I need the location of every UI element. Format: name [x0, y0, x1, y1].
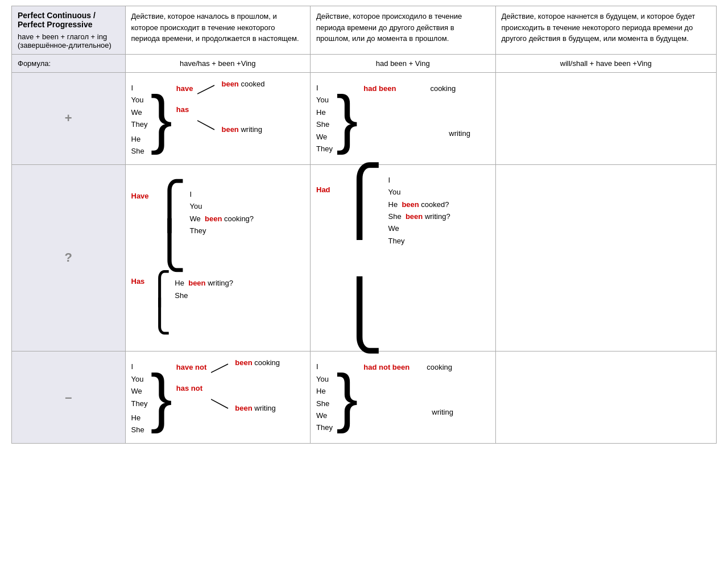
- aux-had-been: had been: [363, 84, 396, 93]
- pronoun: You: [316, 94, 333, 106]
- pronoun: They: [190, 225, 254, 237]
- past-positive-cell: I You He She We They } had been cooking: [311, 73, 496, 165]
- pronoun: You: [131, 94, 148, 106]
- present-question-cell: Have ⎧⎩ I You We been cooking? They Has …: [125, 164, 311, 351]
- pronoun: She: [316, 118, 333, 130]
- pronoun: She: [175, 290, 233, 301]
- past-question-cell: Had ⎧⎩ I You He been cooked? She been wr…: [311, 164, 496, 351]
- been-neg1: been: [235, 358, 252, 367]
- verb2: writing: [241, 125, 262, 134]
- pronoun: You: [388, 186, 450, 198]
- pronoun: I: [190, 188, 254, 200]
- pronoun: He been cooked?: [388, 198, 450, 210]
- aux-have: have: [176, 84, 193, 93]
- aux-had-not-been: had not been: [363, 363, 410, 371]
- svg-line-3: [211, 399, 228, 408]
- pronoun: They: [131, 118, 148, 130]
- pronoun: He: [131, 133, 148, 145]
- pronoun: We been cooking?: [190, 213, 254, 225]
- verb-cooking-neg: cooking: [254, 358, 280, 367]
- tense-title: Perfect Continuous / Perfect Progressive: [18, 11, 119, 29]
- pronoun: He been writing?: [175, 277, 233, 289]
- aux-has: has: [176, 105, 189, 114]
- pronoun: She: [131, 424, 148, 436]
- pronoun: She: [131, 145, 148, 157]
- been1: been: [221, 80, 238, 88]
- pronoun: They: [388, 235, 450, 247]
- future-desc: Действие, которое начнется в будущем, и …: [495, 6, 717, 55]
- pronoun: I: [131, 82, 148, 94]
- pronoun: You: [316, 373, 333, 385]
- aux-has-not: has not: [176, 384, 202, 392]
- verb-writing-past-neg: writing: [432, 408, 453, 416]
- pronoun: We: [388, 222, 450, 234]
- present-desc: Действие, которое началось в прошлом, и …: [125, 6, 311, 55]
- pronoun: We: [316, 410, 333, 421]
- svg-line-2: [211, 364, 228, 373]
- pronoun: They: [131, 398, 148, 410]
- verb-cooking: cooking: [430, 84, 456, 93]
- formula-label: Формула:: [12, 55, 126, 73]
- positive-label: +: [12, 73, 126, 165]
- pronoun: He: [316, 106, 333, 118]
- present-positive-cell: I You We They He She } have has: [125, 73, 311, 165]
- pronoun: We: [316, 131, 333, 143]
- past-negative-cell: I You He She We They } had not been cook…: [311, 351, 496, 444]
- pronoun: I: [388, 174, 450, 186]
- aux-had-q: Had: [316, 185, 330, 194]
- svg-line-0: [197, 85, 214, 94]
- negative-label: –: [12, 351, 126, 444]
- been-neg2: been: [235, 404, 252, 412]
- past-desc: Действие, которое происходило в течение …: [311, 6, 496, 55]
- pronoun: I: [316, 82, 333, 94]
- verb-cooking-past-neg: cooking: [427, 363, 452, 371]
- svg-line-1: [197, 121, 214, 130]
- pronoun: We: [131, 106, 148, 118]
- verb1: cooked: [241, 80, 264, 88]
- pronoun: They: [316, 143, 333, 155]
- pronoun: He: [131, 412, 148, 424]
- formula-desc: have + been + глагол + ing (завершённое-…: [18, 32, 119, 49]
- pronoun: I: [316, 361, 333, 373]
- future-negative-cell: [495, 351, 717, 444]
- verb-writing-neg: writing: [254, 404, 276, 412]
- aux-has-q: Has: [131, 277, 145, 286]
- future-positive-cell: [495, 73, 717, 165]
- pronoun: He: [316, 385, 333, 397]
- question-label: ?: [12, 164, 126, 351]
- pronoun: You: [190, 200, 254, 212]
- future-formula: will/shall + have been +Ving: [495, 55, 717, 73]
- pronoun: We: [131, 385, 148, 397]
- pronoun: You: [131, 373, 148, 385]
- pronoun: They: [316, 421, 333, 433]
- future-question-cell: [495, 164, 717, 351]
- present-negative-cell: I You We They He She } have not has not: [125, 351, 311, 444]
- present-formula: have/has + been +Ving: [125, 55, 311, 73]
- pronoun: She: [316, 398, 333, 410]
- been2: been: [221, 125, 238, 134]
- verb-writing: writing: [449, 129, 470, 138]
- pronoun: I: [131, 361, 148, 373]
- pronoun: She been writing?: [388, 210, 450, 222]
- past-formula: had been + Ving: [311, 55, 496, 73]
- aux-have-not: have not: [176, 363, 206, 371]
- aux-have-q: Have: [131, 192, 149, 200]
